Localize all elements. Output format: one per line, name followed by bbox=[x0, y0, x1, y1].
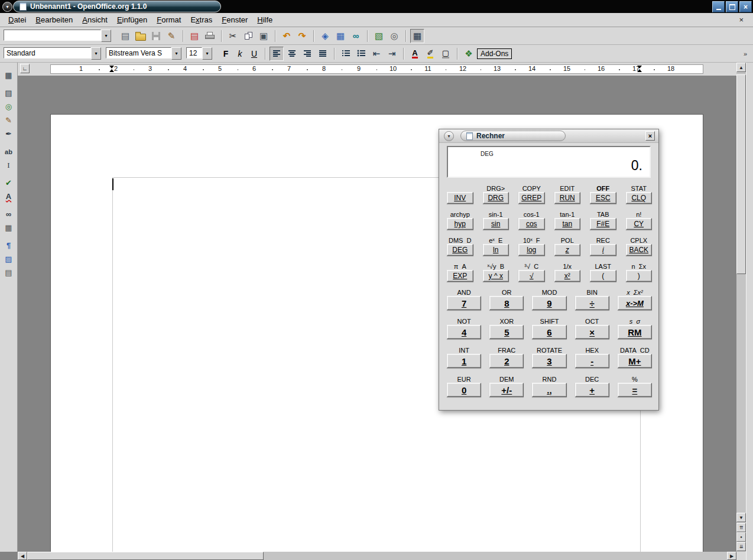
cut-button[interactable]: ✂ bbox=[226, 29, 240, 43]
menu-datei[interactable]: Datei bbox=[4, 14, 31, 25]
menu-hilfe[interactable]: Hilfe bbox=[252, 14, 277, 25]
graphics-onoff-button[interactable]: ▨ bbox=[2, 252, 16, 266]
key-esc[interactable]: ESC bbox=[590, 192, 616, 204]
key-square[interactable]: x² bbox=[554, 270, 581, 282]
key-inv[interactable]: INV bbox=[447, 192, 473, 204]
calculator-addon-button[interactable]: ▦ bbox=[410, 29, 424, 43]
paragraph-style-input[interactable] bbox=[4, 47, 91, 58]
key-multiply[interactable]: × bbox=[575, 325, 609, 339]
key-1[interactable]: 1 bbox=[447, 354, 481, 368]
menu-ansicht[interactable]: Ansicht bbox=[77, 14, 112, 25]
key-divide[interactable]: ÷ bbox=[575, 296, 609, 310]
menu-format[interactable]: Format bbox=[152, 14, 186, 25]
key-cy[interactable]: CY bbox=[626, 218, 653, 230]
key-9[interactable]: 9 bbox=[532, 296, 566, 310]
url-input[interactable] bbox=[4, 30, 101, 41]
underline-button[interactable]: U bbox=[248, 47, 261, 60]
key-equals[interactable]: = bbox=[618, 383, 652, 397]
undo-button[interactable]: ↶ bbox=[280, 29, 294, 43]
scroll-up-button[interactable]: ▲ bbox=[736, 63, 746, 72]
close-button[interactable]: × bbox=[739, 1, 752, 12]
key-6[interactable]: 6 bbox=[532, 325, 566, 339]
key-7[interactable]: 7 bbox=[447, 296, 481, 310]
key-clq[interactable]: CLQ bbox=[626, 192, 653, 204]
key-run[interactable]: RUN bbox=[554, 192, 581, 204]
hyperlink-button[interactable]: ∞ bbox=[349, 29, 363, 43]
scroll-down-button[interactable]: ▼ bbox=[736, 513, 746, 522]
minimize-button[interactable] bbox=[712, 1, 725, 12]
insert-table-button[interactable]: ▦ bbox=[2, 69, 16, 82]
key-2[interactable]: 2 bbox=[489, 354, 524, 368]
key-8[interactable]: 8 bbox=[489, 296, 524, 310]
data-sources-button[interactable]: ▦ bbox=[2, 221, 16, 235]
key-drg[interactable]: DRG bbox=[483, 192, 509, 204]
key-cos[interactable]: cos bbox=[518, 218, 545, 230]
maximize-button[interactable] bbox=[726, 1, 738, 12]
insert-fields-button[interactable]: ▤ bbox=[2, 86, 16, 100]
size-dropdown-button[interactable]: ▾ bbox=[202, 47, 212, 60]
increase-indent-button[interactable]: ⇥ bbox=[385, 47, 399, 61]
online-layout-button[interactable]: ▤ bbox=[2, 266, 16, 279]
key-pow[interactable]: y ^ x bbox=[483, 270, 509, 282]
horizontal-scroll-thumb[interactable] bbox=[27, 552, 264, 560]
key-i[interactable]: i bbox=[590, 244, 616, 256]
menu-fenster[interactable]: Fenster bbox=[217, 14, 252, 25]
key-fe[interactable]: F#E bbox=[590, 218, 616, 230]
calculator-titlebar[interactable]: ▾ Rechner × bbox=[439, 129, 658, 143]
redo-button[interactable]: ↷ bbox=[295, 29, 309, 43]
key-exp[interactable]: EXP bbox=[447, 270, 473, 282]
zoom-button[interactable]: ◎ bbox=[387, 29, 401, 43]
autotext-button[interactable]: ab bbox=[2, 145, 16, 158]
font-color-button[interactable]: A bbox=[408, 47, 422, 61]
key-log[interactable]: log bbox=[518, 244, 545, 256]
addons-button[interactable]: Add-Ons bbox=[477, 48, 512, 59]
gallery-button[interactable]: ▧ bbox=[372, 29, 386, 43]
key-subtract[interactable]: - bbox=[575, 354, 609, 368]
window-title-pill[interactable]: Unbenannt1 - OpenOffice.org 1.1.0 bbox=[13, 1, 221, 12]
tab-type-selector[interactable]: ∟ bbox=[20, 64, 30, 73]
menu-bearbeiten[interactable]: Bearbeiten bbox=[31, 14, 77, 25]
paste-button[interactable]: ▣ bbox=[257, 29, 271, 43]
key-ln[interactable]: ln bbox=[483, 244, 509, 256]
spellcheck-button[interactable]: ✔ bbox=[2, 176, 16, 190]
export-pdf-button[interactable]: ▤ bbox=[187, 29, 202, 43]
menu-einfuegen[interactable]: Einfügen bbox=[112, 14, 152, 25]
close-document-button[interactable]: × bbox=[733, 15, 749, 24]
key-decimal[interactable]: ., bbox=[532, 383, 566, 397]
paragraph-background-button[interactable]: ▢ bbox=[439, 47, 453, 61]
font-name-input[interactable] bbox=[106, 47, 171, 58]
key-0[interactable]: 0 bbox=[447, 383, 481, 397]
previous-page-button[interactable]: ⇈ bbox=[736, 523, 746, 532]
align-right-button[interactable] bbox=[300, 47, 314, 61]
direct-cursor-button[interactable]: I bbox=[2, 158, 16, 172]
key-back[interactable]: BACK bbox=[626, 244, 653, 256]
style-dropdown-button[interactable]: ▾ bbox=[91, 47, 101, 60]
key-add[interactable]: + bbox=[575, 383, 609, 397]
scroll-left-button[interactable]: ◀ bbox=[18, 552, 27, 560]
navigator-button[interactable]: ◈ bbox=[318, 29, 332, 43]
vertical-scroll-thumb[interactable] bbox=[736, 74, 746, 274]
highlighting-button[interactable]: ✐ bbox=[423, 47, 437, 61]
font-size-input[interactable] bbox=[186, 47, 202, 58]
align-justify-button[interactable] bbox=[316, 47, 330, 61]
calculator-title-pill[interactable]: Rechner bbox=[460, 131, 566, 141]
right-indent-marker[interactable] bbox=[637, 66, 642, 72]
window-menu-button[interactable]: ▾ bbox=[2, 2, 12, 12]
key-store[interactable]: x->M bbox=[618, 296, 652, 310]
italic-button[interactable]: k bbox=[233, 47, 246, 60]
auto-spellcheck-button[interactable]: A bbox=[2, 190, 16, 203]
form-functions-button[interactable]: ✒ bbox=[2, 127, 16, 141]
key-sign[interactable]: +/- bbox=[489, 383, 524, 397]
key-recall[interactable]: RM bbox=[618, 325, 652, 339]
key-hyp[interactable]: hyp bbox=[447, 218, 473, 230]
edit-file-button[interactable]: ✎ bbox=[164, 29, 178, 43]
find-replace-button[interactable]: ∞ bbox=[2, 207, 16, 221]
key-open-paren[interactable]: ( bbox=[590, 270, 616, 282]
key-grep[interactable]: GREP bbox=[518, 192, 545, 204]
bold-button[interactable]: F bbox=[219, 47, 232, 60]
print-button[interactable] bbox=[203, 29, 217, 43]
draw-functions-button[interactable]: ✎ bbox=[2, 113, 16, 127]
key-close-paren[interactable]: ) bbox=[626, 270, 653, 282]
stylist-button[interactable]: ▦ bbox=[333, 29, 348, 43]
new-document-button[interactable]: ▤ bbox=[118, 29, 132, 43]
